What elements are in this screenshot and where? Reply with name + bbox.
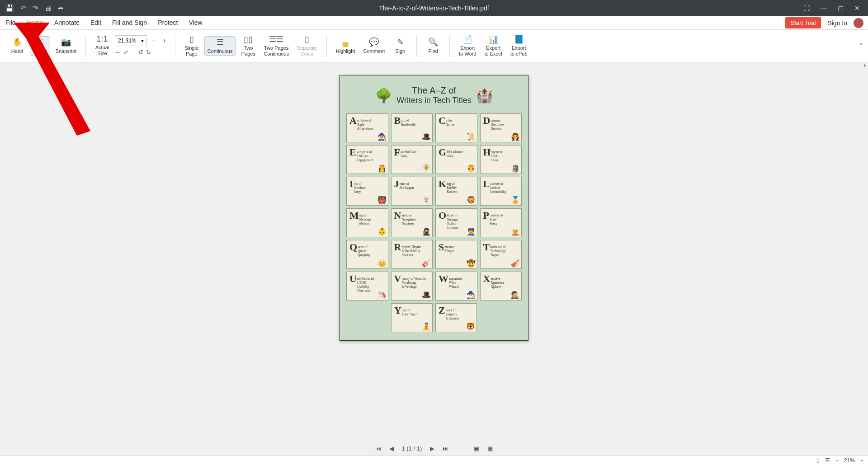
page-fit-icon[interactable]: ▣ xyxy=(474,445,479,452)
menu-view[interactable]: View xyxy=(188,17,203,29)
prev-page-button[interactable]: ◀ xyxy=(389,445,394,452)
hand-label: Hand xyxy=(11,48,23,54)
fullscreen-icon[interactable]: ⛶ xyxy=(803,5,810,12)
status-zoom-value: 21% xyxy=(844,457,855,464)
save-icon[interactable]: 💾 xyxy=(5,4,14,12)
card-letter: C xyxy=(439,116,446,126)
card-emoji-icon: 🤴 xyxy=(467,164,476,173)
avatar[interactable] xyxy=(854,18,863,28)
zoom-in-button[interactable]: + xyxy=(160,37,169,44)
redo-icon[interactable]: ↷ xyxy=(33,4,38,12)
page-layout-icon[interactable]: ▦ xyxy=(487,445,493,452)
sign-in-button[interactable]: Sign In xyxy=(827,19,847,27)
two-pages-label: Two Pages xyxy=(241,45,255,57)
collapse-ribbon-icon[interactable]: ˄ xyxy=(859,42,863,50)
export-word-button[interactable]: 📄Export to Word xyxy=(456,34,479,58)
view-single-icon[interactable]: ▯ xyxy=(816,457,820,464)
alphabet-card-k: King ofKre8tivKontent🦁 xyxy=(435,177,477,206)
alphabet-card-w: WeaponizedWordWizard🧙‍♂️ xyxy=(435,272,477,301)
card-emoji-icon: 🗿 xyxy=(511,164,520,173)
zoom-dropdown[interactable]: 21.31% ▾ xyxy=(115,35,147,46)
card-emoji-icon: 🐯 xyxy=(466,322,475,331)
card-emoji-icon: 🧘 xyxy=(422,322,431,331)
card-emoji-icon: 🎻 xyxy=(511,259,520,268)
card-text: ynamicDiscourseDecoder xyxy=(491,118,504,131)
minimize-icon[interactable]: — xyxy=(821,5,827,12)
snapshot-button[interactable]: 📷Snapshot xyxy=(53,37,79,55)
close-icon[interactable]: ✕ xyxy=(854,5,860,12)
card-letter: K xyxy=(439,179,446,189)
export-epub-button[interactable]: 📘Export to ePub xyxy=(508,34,530,58)
card-text: entenceSlinger xyxy=(444,245,454,253)
alphabet-card-d: DynamicDiscourseDecoder🧛 xyxy=(480,113,522,142)
highlight-button[interactable]: ▄Highlight xyxy=(333,37,358,55)
print-icon[interactable]: 🖨 xyxy=(45,4,52,12)
last-page-button[interactable]: ⏭ xyxy=(443,445,448,452)
first-page-button[interactable]: ⏮ xyxy=(375,445,381,452)
alphabet-card-v: Viceroy of VersatileVocabulary& Verbiage… xyxy=(391,272,433,301)
share-icon[interactable]: ➦ xyxy=(58,4,64,12)
select-tool-button[interactable]: ⬚Select xyxy=(30,36,50,56)
card-letter: Z xyxy=(439,305,445,315)
continuous-button[interactable]: ☰Continuous xyxy=(204,36,236,56)
card-emoji-icon: 👑 xyxy=(377,259,387,268)
card-letter: E xyxy=(349,147,356,157)
card-text: fficer ofOn-pageOxfordCommas xyxy=(447,213,458,230)
status-zoom-out[interactable]: − xyxy=(835,457,839,464)
chevron-down-icon[interactable]: ▾ xyxy=(141,38,144,44)
hand-tool-button[interactable]: ✋Hand xyxy=(7,37,27,55)
card-text: ypertextHaikuHero xyxy=(491,150,502,162)
card-letter: A xyxy=(349,116,357,126)
card-emoji-icon: 🦄 xyxy=(377,291,387,299)
menu-file[interactable]: File xyxy=(5,17,17,29)
sign-button[interactable]: ✎Sign xyxy=(390,37,410,55)
card-letter: I xyxy=(349,179,354,189)
card-letter: H xyxy=(483,147,491,157)
next-page-button[interactable]: ▶ xyxy=(430,445,434,452)
alphabet-card-u: User-CenteredUX/UIUsabilityUber-corn🦄 xyxy=(346,272,388,301)
alphabet-card-b: Bard ofBandwidth🎩 xyxy=(391,113,433,142)
two-pages-button[interactable]: ▯▯Two Pages xyxy=(238,34,258,58)
comment-button[interactable]: 💬Comment xyxy=(361,37,388,55)
fit-page-icon[interactable]: ⤢ xyxy=(123,49,128,56)
status-bar: ▯ ☰ − 21% + xyxy=(0,455,868,465)
card-letter: X xyxy=(483,274,491,284)
view-continuous-icon[interactable]: ☰ xyxy=(825,457,830,464)
menu-annotate[interactable]: Annotate xyxy=(53,17,80,29)
card-text: mp ofInterfaceIrony xyxy=(354,182,366,194)
alphabet-card-q: Queen ofQueryQuipping👑 xyxy=(346,240,388,269)
card-emoji-icon: 🃏 xyxy=(422,196,431,204)
card-text: eaponizedWordWizard xyxy=(449,277,462,289)
scroll-up-icon[interactable]: ▴ xyxy=(861,62,868,70)
card-emoji-icon: 🥷 xyxy=(422,227,431,236)
single-page-button[interactable]: ▯Single Page xyxy=(182,34,202,58)
fit-width-icon[interactable]: ↔ xyxy=(115,49,121,56)
document-viewer[interactable]: 🌳 The A–Z of Writers in Tech Titles 🏰 Ar… xyxy=(0,62,868,455)
card-letter: U xyxy=(349,274,357,284)
find-label: Find xyxy=(429,48,438,54)
ribbon: ✋Hand ⬚Select 📷Snapshot 1:1Actual Size 2… xyxy=(0,30,868,62)
menu-protect[interactable]: Protect xyxy=(157,17,179,29)
undo-icon[interactable]: ↶ xyxy=(20,4,26,12)
menu-fill-and-sign[interactable]: Fill and Sign xyxy=(111,17,148,29)
export-excel-button[interactable]: 📊Export to Excel xyxy=(482,34,505,58)
rotate-left-icon[interactable]: ↺ xyxy=(138,49,143,56)
menu-home[interactable]: Home xyxy=(26,17,44,29)
find-button[interactable]: 🔍Find xyxy=(423,37,443,55)
start-trial-button[interactable]: Start Trial xyxy=(785,17,821,28)
vertical-scrollbar[interactable]: ▴ xyxy=(861,62,868,442)
rotate-right-icon[interactable]: ↻ xyxy=(146,49,151,56)
status-zoom-in[interactable]: + xyxy=(860,457,863,464)
menu-edit[interactable]: Edit xyxy=(90,17,102,29)
maximize-icon[interactable]: ▢ xyxy=(838,5,844,12)
card-text: vangelist ofEnd-userEngagement xyxy=(357,150,373,162)
card-letter: T xyxy=(483,242,490,252)
tree-icon: 🌳 xyxy=(375,88,392,103)
zoom-out-button[interactable]: − xyxy=(150,37,158,44)
actual-size-button[interactable]: 1:1Actual Size xyxy=(92,33,112,58)
card-text: hythm, Rhyme& ReadabilityRockstar xyxy=(401,245,421,257)
castle-icon: 🏰 xyxy=(476,88,493,103)
two-pages-continuous-button[interactable]: ☰☰Two Pages Continuous xyxy=(261,34,292,58)
card-letter: W xyxy=(439,274,448,284)
export-word-label: Export to Word xyxy=(459,45,476,57)
